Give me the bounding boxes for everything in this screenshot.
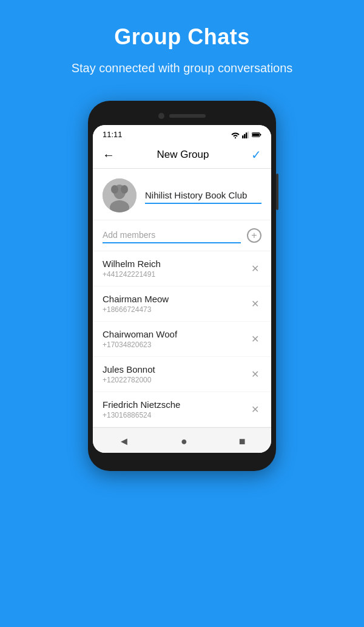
phone-outer: 11:11 (88, 101, 276, 471)
nav-recents-button[interactable]: ■ (239, 435, 246, 448)
avatar-image (103, 178, 136, 212)
remove-member-button[interactable]: ✕ (249, 260, 261, 277)
list-item: Chairwoman Woof +17034820623 ✕ (93, 322, 271, 357)
member-phone: +17034820623 (103, 341, 177, 349)
svg-rect-4 (248, 131, 249, 138)
member-phone: +12022782000 (103, 376, 155, 384)
list-item: Jules Bonnot +12022782000 ✕ (93, 357, 271, 392)
member-info: Jules Bonnot +12022782000 (103, 364, 155, 384)
svg-point-12 (121, 185, 128, 194)
back-button[interactable]: ← (103, 148, 115, 162)
svg-point-11 (111, 185, 118, 194)
svg-rect-1 (242, 135, 243, 138)
list-item: Friedrich Nietzsche +13016886524 ✕ (93, 392, 271, 427)
phone-bottom (93, 453, 271, 463)
app-toolbar: ← New Group ✓ (93, 141, 271, 169)
status-icons (231, 131, 261, 138)
nav-home-button[interactable]: ● (181, 435, 187, 448)
list-item: Wilhelm Reich +441242221491 ✕ (93, 251, 271, 286)
page-subtitle: Stay connected with group conversations (36, 59, 328, 76)
confirm-button[interactable]: ✓ (251, 147, 261, 162)
remove-member-button[interactable]: ✕ (249, 366, 261, 382)
battery-icon (252, 132, 261, 138)
phone-screen: 11:11 (93, 125, 271, 453)
svg-rect-2 (244, 134, 245, 138)
member-name: Jules Bonnot (103, 364, 155, 375)
add-members-section: + (93, 220, 271, 251)
member-phone: +13016886524 (103, 411, 180, 419)
phone-top-bar (93, 109, 271, 125)
signal-icon (242, 131, 249, 138)
member-info: Chairman Meow +18666724473 (103, 294, 169, 314)
member-info: Wilhelm Reich +441242221491 (103, 259, 161, 279)
add-member-button[interactable]: + (247, 228, 261, 243)
member-name: Chairman Meow (103, 294, 169, 304)
remove-member-button[interactable]: ✕ (249, 296, 261, 312)
group-name-input[interactable] (145, 188, 261, 204)
remove-member-button[interactable]: ✕ (249, 331, 261, 347)
member-name: Friedrich Nietzsche (103, 399, 180, 410)
member-name: Wilhelm Reich (103, 259, 161, 269)
status-bar: 11:11 (93, 125, 271, 141)
phone-nav-bar: ◄ ● ■ (93, 427, 271, 453)
group-name-section (93, 169, 271, 220)
speaker-icon (169, 114, 206, 118)
svg-rect-7 (252, 133, 259, 136)
wifi-icon (231, 131, 240, 138)
member-name: Chairwoman Woof (103, 329, 177, 339)
member-phone: +18666724473 (103, 305, 169, 314)
status-time: 11:11 (103, 130, 123, 139)
svg-rect-3 (246, 132, 247, 138)
member-info: Friedrich Nietzsche +13016886524 (103, 399, 180, 419)
toolbar-title: New Group (157, 149, 209, 161)
plus-icon: + (251, 230, 257, 241)
member-phone: +441242221491 (103, 270, 161, 279)
camera-icon (158, 113, 164, 119)
nav-back-button[interactable]: ◄ (118, 435, 129, 448)
svg-rect-6 (260, 134, 261, 135)
member-info: Chairwoman Woof +17034820623 (103, 329, 177, 349)
phone-wrapper: 11:11 (88, 101, 276, 471)
phone-side-button (276, 174, 278, 210)
header-section: Group Chats Stay connected with group co… (0, 0, 364, 95)
member-list: Wilhelm Reich +441242221491 ✕ Chairman M… (93, 251, 271, 427)
group-avatar (103, 178, 136, 212)
list-item: Chairman Meow +18666724473 ✕ (93, 286, 271, 322)
remove-member-button[interactable]: ✕ (249, 401, 261, 418)
svg-point-0 (235, 137, 236, 138)
add-members-input[interactable] (103, 228, 241, 243)
page-title: Group Chats (36, 24, 328, 50)
